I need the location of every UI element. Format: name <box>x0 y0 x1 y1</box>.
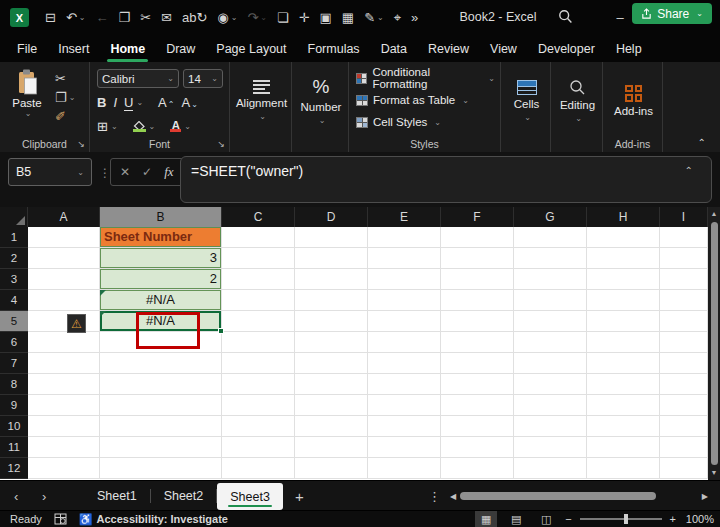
sheet-tab-sheet3[interactable]: Sheet3 <box>217 483 283 510</box>
cell-A9[interactable] <box>28 395 100 416</box>
cell-B2[interactable]: 3 <box>100 248 222 269</box>
copy-icon[interactable]: ❐ <box>119 11 131 24</box>
protect-inspect-icon[interactable]: ⌖ <box>394 11 401 24</box>
cell-A10[interactable] <box>28 416 100 437</box>
row-header-8[interactable]: 8 <box>0 374 28 395</box>
touch-mode-icon[interactable]: ◉⌄ <box>217 11 237 24</box>
row-header-6[interactable]: 6 <box>0 332 28 353</box>
cell-E5[interactable] <box>368 311 441 332</box>
cell-I9[interactable] <box>660 395 708 416</box>
undo-icon[interactable]: ↶⌄ <box>66 11 86 24</box>
share-button[interactable]: Share ⌄ <box>632 3 712 24</box>
cell-G6[interactable] <box>514 332 587 353</box>
cell-F9[interactable] <box>441 395 514 416</box>
cell-B1[interactable]: Sheet Number <box>100 227 222 248</box>
cell-G9[interactable] <box>514 395 587 416</box>
cell-E3[interactable] <box>368 269 441 290</box>
replace-icon[interactable]: ab↻ <box>182 11 207 24</box>
page-layout-view-button[interactable]: ▤ <box>505 511 527 527</box>
fill-handle[interactable] <box>218 328 224 334</box>
zoom-out-button[interactable]: − <box>565 513 571 525</box>
sheet-tab-sheet2[interactable]: Sheet2 <box>151 481 217 511</box>
conditional-formatting-button[interactable]: Conditional Formatting ⌄ <box>356 68 495 88</box>
cell-I11[interactable] <box>660 437 708 458</box>
number-group-button[interactable]: % Number ⌄ <box>292 62 349 152</box>
font-size-select[interactable]: 14 ⌄ <box>183 69 223 88</box>
zoom-slider-thumb[interactable] <box>624 514 628 524</box>
cell-D6[interactable] <box>295 332 368 353</box>
cell-B12[interactable] <box>100 458 222 479</box>
scroll-right-button[interactable]: ▶ <box>702 492 708 501</box>
format-as-table-button[interactable]: Format as Table ⌄ <box>356 90 495 110</box>
cell-A11[interactable] <box>28 437 100 458</box>
normal-view-button[interactable]: ▦ <box>475 511 497 527</box>
cell-E11[interactable] <box>368 437 441 458</box>
camera-icon[interactable]: ▣ <box>320 11 332 24</box>
scroll-up-button[interactable]: ▲ <box>711 207 718 221</box>
cell-G3[interactable] <box>514 269 587 290</box>
cell-H6[interactable] <box>587 332 660 353</box>
cell-C9[interactable] <box>222 395 295 416</box>
cell-G2[interactable] <box>514 248 587 269</box>
cell-H4[interactable] <box>587 290 660 311</box>
cut-button[interactable]: ✂ <box>55 71 75 87</box>
column-header-D[interactable]: D <box>295 207 368 227</box>
cell-B8[interactable] <box>100 374 222 395</box>
name-box[interactable]: B5 ⌄ <box>8 158 92 186</box>
cell-D7[interactable] <box>295 353 368 374</box>
zoom-level[interactable]: 100% <box>684 513 714 525</box>
font-name-select[interactable]: Calibri ⌄ <box>97 69 179 88</box>
cell-G8[interactable] <box>514 374 587 395</box>
column-header-C[interactable]: C <box>222 207 295 227</box>
zoom-in-button[interactable]: + <box>670 513 676 525</box>
cell-E7[interactable] <box>368 353 441 374</box>
cell-A3[interactable] <box>28 269 100 290</box>
cut-icon[interactable]: ✂ <box>140 11 151 24</box>
formula-input[interactable]: =SHEET("owner") ⌃ <box>180 156 712 203</box>
excel-logo-icon[interactable]: X <box>10 8 29 27</box>
cell-D2[interactable] <box>295 248 368 269</box>
cell-H8[interactable] <box>587 374 660 395</box>
zoom-slider[interactable] <box>580 518 662 520</box>
cell-C6[interactable] <box>222 332 295 353</box>
cell-G10[interactable] <box>514 416 587 437</box>
horizontal-scrollbar-track[interactable] <box>460 492 698 501</box>
cell-D1[interactable] <box>295 227 368 248</box>
tab-draw[interactable]: Draw <box>165 40 196 58</box>
cell-E10[interactable] <box>368 416 441 437</box>
cell-F11[interactable] <box>441 437 514 458</box>
italic-button[interactable]: I <box>113 95 117 110</box>
cell-C10[interactable] <box>222 416 295 437</box>
cell-E8[interactable] <box>368 374 441 395</box>
cell-F10[interactable] <box>441 416 514 437</box>
cell-D5[interactable] <box>295 311 368 332</box>
column-header-H[interactable]: H <box>587 207 660 227</box>
tab-page-layout[interactable]: Page Layout <box>215 40 287 58</box>
next-sheet-button[interactable]: › <box>42 481 46 511</box>
cell-B9[interactable] <box>100 395 222 416</box>
scroll-down-button[interactable]: ▼ <box>711 466 718 480</box>
save-icon[interactable]: ⊟ <box>45 11 56 24</box>
sheet-options-menu-icon[interactable]: ⋮ <box>428 481 441 511</box>
cell-B7[interactable] <box>100 353 222 374</box>
cell-B10[interactable] <box>100 416 222 437</box>
cell-C5[interactable] <box>222 311 295 332</box>
cell-D8[interactable] <box>295 374 368 395</box>
cell-H12[interactable] <box>587 458 660 479</box>
cell-C3[interactable] <box>222 269 295 290</box>
cell-F8[interactable] <box>441 374 514 395</box>
cell-D12[interactable] <box>295 458 368 479</box>
cell-A4[interactable] <box>28 290 100 311</box>
error-checking-button[interactable]: ⚠ <box>67 314 86 333</box>
cell-A5[interactable] <box>28 311 100 332</box>
enter-button[interactable]: ✓ <box>142 165 152 179</box>
column-header-B[interactable]: B <box>100 207 222 227</box>
cell-B11[interactable] <box>100 437 222 458</box>
cell-I2[interactable] <box>660 248 708 269</box>
paste-button[interactable]: Paste ⌄ <box>7 69 47 135</box>
page-break-view-button[interactable]: ◫ <box>535 511 557 527</box>
cell-F1[interactable] <box>441 227 514 248</box>
cell-F3[interactable] <box>441 269 514 290</box>
tab-view[interactable]: View <box>489 40 518 58</box>
new-sheet-button[interactable]: + <box>295 481 304 511</box>
